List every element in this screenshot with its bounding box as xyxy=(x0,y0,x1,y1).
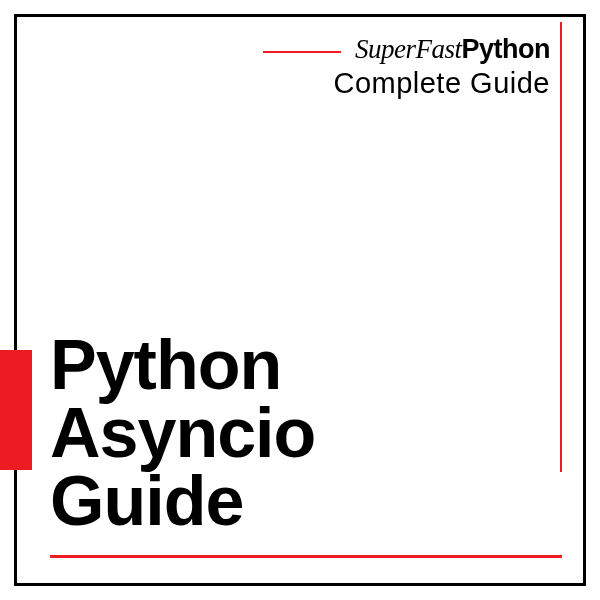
brand-row: SuperFastPython xyxy=(263,34,550,65)
brand-name: SuperFastPython xyxy=(355,34,550,65)
title-line-1: Python xyxy=(50,332,315,400)
title-line-3: Guide xyxy=(50,468,315,536)
header-subtitle: Complete Guide xyxy=(263,67,550,100)
decorative-dash xyxy=(263,51,341,53)
bottom-accent-line xyxy=(50,555,562,558)
title-line-2: Asyncio xyxy=(50,400,315,468)
header-block: SuperFastPython Complete Guide xyxy=(263,34,550,100)
brand-prefix: SuperFast xyxy=(355,34,462,64)
vertical-accent-line xyxy=(560,22,562,472)
left-accent-block xyxy=(0,350,32,470)
main-title: Python Asyncio Guide xyxy=(50,332,315,536)
brand-suffix: Python xyxy=(462,34,551,64)
